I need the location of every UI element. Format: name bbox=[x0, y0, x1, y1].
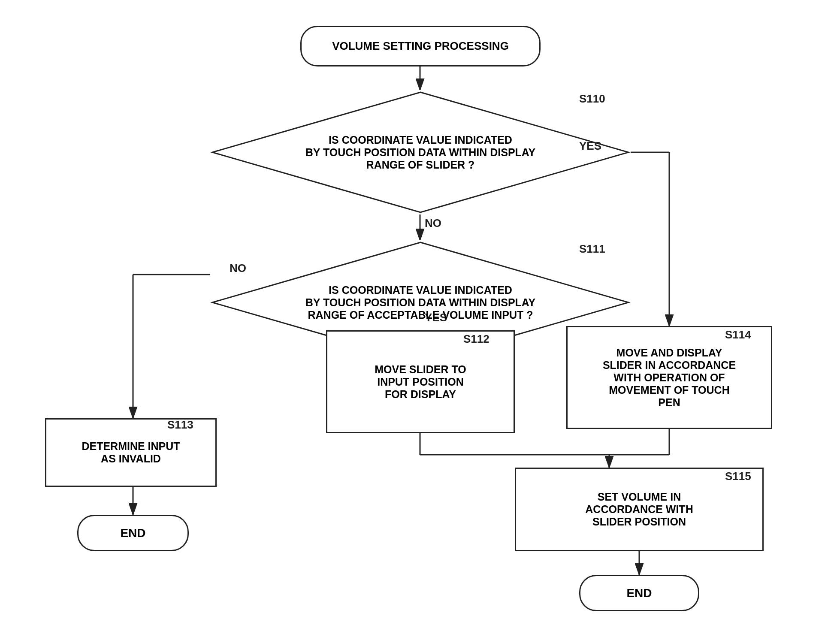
flowchart: VOLUME SETTING PROCESSING IS COORDINATE … bbox=[0, 0, 840, 622]
start-label: VOLUME SETTING PROCESSING bbox=[332, 39, 509, 53]
s114-label: S114 bbox=[725, 328, 751, 341]
end1-label: END bbox=[120, 526, 145, 540]
s110-decision: IS COORDINATE VALUE INDICATED BY TOUCH P… bbox=[210, 90, 631, 214]
s110-text: IS COORDINATE VALUE INDICATED BY TOUCH P… bbox=[210, 90, 631, 214]
end2-label: END bbox=[626, 586, 652, 600]
s113-label: S113 bbox=[167, 418, 193, 432]
start-terminal: VOLUME SETTING PROCESSING bbox=[300, 26, 541, 66]
no1-label: NO bbox=[425, 217, 441, 230]
s115-label: S115 bbox=[725, 470, 751, 483]
s111-text: IS COORDINATE VALUE INDICATED BY TOUCH P… bbox=[210, 240, 631, 365]
end2-terminal: END bbox=[579, 575, 699, 611]
end1-terminal: END bbox=[77, 515, 189, 551]
s111-decision: IS COORDINATE VALUE INDICATED BY TOUCH P… bbox=[210, 240, 631, 365]
